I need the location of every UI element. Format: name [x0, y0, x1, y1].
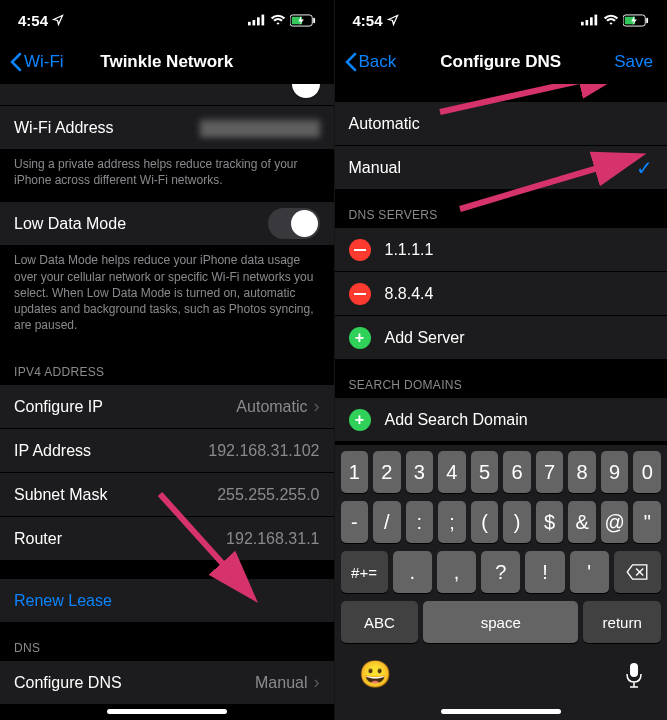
svg-rect-16	[630, 663, 638, 677]
emoji-button[interactable]: 😀	[359, 659, 391, 690]
dns-server-row-2[interactable]: 8.8.4.4	[335, 272, 668, 316]
configure-dns-value: Manual	[255, 674, 307, 692]
chevron-right-icon: ›	[314, 672, 320, 693]
configure-ip-row[interactable]: Configure IP Automatic›	[0, 385, 334, 429]
backspace-icon	[626, 564, 648, 580]
mic-icon[interactable]	[625, 662, 643, 688]
add-icon[interactable]: +	[349, 327, 371, 349]
keyboard-row-1: 1 2 3 4 5 6 7 8 9 0	[339, 451, 664, 493]
wifi-icon	[270, 14, 286, 26]
dns-value[interactable]: 8.8.4.4	[385, 285, 434, 303]
wifi-address-row: Wi-Fi Address	[0, 106, 334, 150]
nav-bar: Wi-Fi Twinkle Network	[0, 40, 334, 84]
svg-rect-9	[590, 17, 593, 25]
router-value: 192.168.31.1	[226, 530, 319, 548]
key-1[interactable]: 1	[341, 451, 369, 493]
battery-icon	[290, 14, 316, 27]
delete-icon[interactable]	[349, 283, 371, 305]
key-0[interactable]: 0	[633, 451, 661, 493]
add-search-domain-row[interactable]: + Add Search Domain	[335, 398, 668, 442]
key-3[interactable]: 3	[406, 451, 434, 493]
key-7[interactable]: 7	[536, 451, 564, 493]
svg-rect-8	[586, 20, 589, 25]
back-button[interactable]: Back	[345, 52, 397, 72]
key-8[interactable]: 8	[568, 451, 596, 493]
svg-rect-13	[646, 17, 648, 23]
delete-icon[interactable]	[349, 239, 371, 261]
back-label: Back	[359, 52, 397, 72]
status-time: 4:54	[18, 12, 48, 29]
status-bar: 4:54	[0, 0, 334, 40]
key-amp[interactable]: &	[568, 501, 596, 543]
wifi-address-footer: Using a private address helps reduce tra…	[0, 150, 334, 202]
key-5[interactable]: 5	[471, 451, 499, 493]
key-4[interactable]: 4	[438, 451, 466, 493]
checkmark-icon: ✓	[636, 156, 653, 180]
nav-bar: Back Configure DNS Save	[335, 40, 668, 84]
svg-rect-0	[248, 22, 251, 26]
svg-rect-3	[261, 15, 264, 26]
option-automatic[interactable]: Automatic	[335, 102, 668, 146]
key-colon[interactable]: :	[406, 501, 434, 543]
save-button[interactable]: Save	[614, 52, 653, 72]
svg-rect-15	[354, 293, 366, 295]
keyboard[interactable]: 1 2 3 4 5 6 7 8 9 0 - / : ; ( ) $ & @ " …	[335, 445, 668, 720]
dns-servers-header: DNS SERVERS	[335, 190, 668, 228]
ip-address-label: IP Address	[14, 442, 91, 460]
add-server-row[interactable]: + Add Server	[335, 316, 668, 360]
configure-ip-label: Configure IP	[14, 398, 103, 416]
chevron-left-icon	[345, 52, 357, 72]
private-address-toggle-peek[interactable]	[0, 84, 334, 106]
keyboard-row-4: ABC space return	[339, 601, 664, 643]
settings-scroll[interactable]: Wi-Fi Address Using a private address he…	[0, 84, 334, 720]
key-backspace[interactable]	[614, 551, 661, 593]
key-at[interactable]: @	[601, 501, 629, 543]
key-period[interactable]: .	[393, 551, 432, 593]
key-space[interactable]: space	[423, 601, 578, 643]
keyboard-row-3: #+= . , ? ! '	[339, 551, 664, 593]
option-manual[interactable]: Manual ✓	[335, 146, 668, 190]
add-icon[interactable]: +	[349, 409, 371, 431]
dns-server-row-1[interactable]: 1.1.1.1	[335, 228, 668, 272]
key-rparen[interactable]: )	[503, 501, 531, 543]
home-indicator[interactable]	[107, 709, 227, 714]
ip-address-row: IP Address 192.168.31.102	[0, 429, 334, 473]
key-question[interactable]: ?	[481, 551, 520, 593]
ip-address-value: 192.168.31.102	[208, 442, 319, 460]
key-comma[interactable]: ,	[437, 551, 476, 593]
chevron-left-icon	[10, 52, 22, 72]
key-dash[interactable]: -	[341, 501, 369, 543]
renew-lease-row[interactable]: Renew Lease	[0, 579, 334, 623]
back-label: Wi-Fi	[24, 52, 64, 72]
key-abc[interactable]: ABC	[341, 601, 419, 643]
low-data-label: Low Data Mode	[14, 215, 126, 233]
svg-rect-2	[257, 17, 260, 25]
subnet-label: Subnet Mask	[14, 486, 107, 504]
key-quote[interactable]: "	[633, 501, 661, 543]
key-shift[interactable]: #+=	[341, 551, 388, 593]
configure-dns-label: Configure DNS	[14, 674, 122, 692]
key-2[interactable]: 2	[373, 451, 401, 493]
key-6[interactable]: 6	[503, 451, 531, 493]
dns-value[interactable]: 1.1.1.1	[385, 241, 434, 259]
router-row: Router 192.168.31.1	[0, 517, 334, 561]
key-9[interactable]: 9	[601, 451, 629, 493]
key-apostrophe[interactable]: '	[570, 551, 609, 593]
configure-dns-row[interactable]: Configure DNS Manual›	[0, 661, 334, 705]
key-dollar[interactable]: $	[536, 501, 564, 543]
key-semicolon[interactable]: ;	[438, 501, 466, 543]
key-lparen[interactable]: (	[471, 501, 499, 543]
low-data-toggle[interactable]	[268, 208, 320, 239]
home-indicator[interactable]	[441, 709, 561, 714]
key-slash[interactable]: /	[373, 501, 401, 543]
search-domains-header: SEARCH DOMAINS	[335, 360, 668, 398]
wifi-icon	[603, 14, 619, 26]
key-exclaim[interactable]: !	[525, 551, 564, 593]
manual-label: Manual	[349, 159, 401, 177]
back-button[interactable]: Wi-Fi	[10, 52, 64, 72]
location-icon	[52, 14, 64, 26]
svg-rect-7	[581, 22, 584, 26]
svg-rect-10	[595, 15, 598, 26]
key-return[interactable]: return	[583, 601, 661, 643]
router-label: Router	[14, 530, 62, 548]
